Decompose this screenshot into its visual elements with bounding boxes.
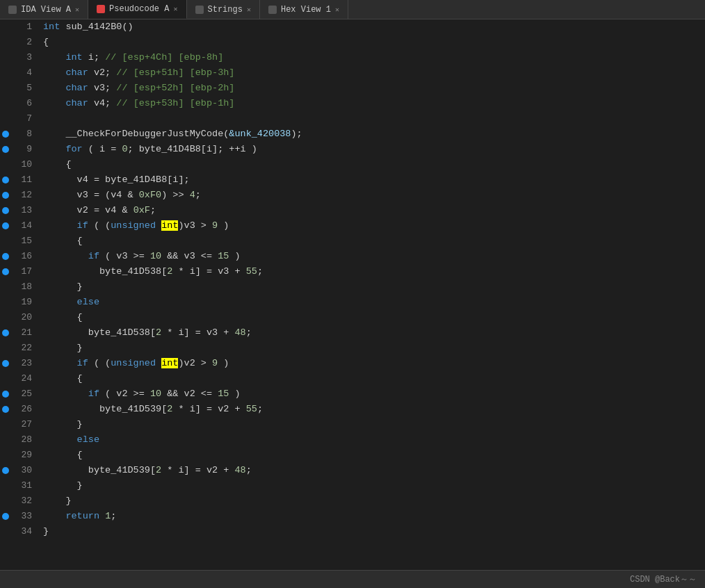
table-row[interactable]: 15 { bbox=[0, 234, 705, 249]
table-row[interactable]: 8 __CheckForDebuggerJustMyCode(&unk_4200… bbox=[0, 126, 705, 142]
table-row[interactable]: 7 bbox=[0, 111, 705, 126]
table-row[interactable]: 33 return 1; bbox=[0, 509, 705, 524]
line-number: 7 bbox=[11, 111, 39, 126]
code-content: if ( (unsigned int)v3 > 9 ) bbox=[39, 218, 229, 234]
breakpoint-indicator[interactable] bbox=[0, 131, 11, 138]
line-number: 8 bbox=[11, 126, 39, 142]
line-number: 14 bbox=[11, 218, 39, 234]
table-row[interactable]: 30 byte_41D539[2 * i] = v2 + 48; bbox=[0, 463, 705, 478]
line-number: 10 bbox=[11, 157, 39, 172]
breakpoint-indicator[interactable] bbox=[0, 207, 11, 214]
breakpoint-indicator[interactable] bbox=[0, 222, 11, 229]
line-number: 21 bbox=[11, 325, 39, 341]
line-number: 16 bbox=[11, 249, 39, 264]
tab-ida-view-a[interactable]: IDA View A ✕ bbox=[0, 0, 88, 19]
table-row[interactable]: 12 v3 = (v4 & 0xF0) >> 4; bbox=[0, 188, 705, 203]
code-content: char v4; // [esp+53h] [ebp-1h] bbox=[39, 96, 234, 111]
tab-ida-label: IDA View A bbox=[21, 5, 71, 15]
table-row[interactable]: 3 int i; // [esp+4Ch] [ebp-8h] bbox=[0, 50, 705, 65]
table-row[interactable]: 21 byte_41D538[2 * i] = v3 + 48; bbox=[0, 325, 705, 341]
line-number: 25 bbox=[11, 386, 39, 402]
table-row[interactable]: 32 } bbox=[0, 493, 705, 509]
breakpoint-dot bbox=[2, 192, 9, 199]
tab-hex-close[interactable]: ✕ bbox=[335, 6, 339, 14]
breakpoint-dot bbox=[2, 177, 9, 183]
table-row[interactable]: 27 } bbox=[0, 417, 705, 432]
line-number: 2 bbox=[11, 35, 39, 50]
table-row[interactable]: 14 if ( (unsigned int)v3 > 9 ) bbox=[0, 218, 705, 234]
tab-pseudocode-a[interactable]: Pseudocode A ✕ bbox=[88, 0, 186, 19]
table-row[interactable]: 23 if ( (unsigned int)v2 > 9 ) bbox=[0, 356, 705, 371]
breakpoint-indicator[interactable] bbox=[0, 192, 11, 199]
table-row[interactable]: 29 { bbox=[0, 448, 705, 463]
table-row[interactable]: 6 char v4; // [esp+53h] [ebp-1h] bbox=[0, 96, 705, 111]
breakpoint-indicator[interactable] bbox=[0, 146, 11, 153]
line-number: 24 bbox=[11, 371, 39, 386]
line-number: 32 bbox=[11, 493, 39, 509]
table-row[interactable]: 22 } bbox=[0, 341, 705, 356]
table-row[interactable]: 4 char v2; // [esp+51h] [ebp-3h] bbox=[0, 65, 705, 81]
line-number: 31 bbox=[11, 478, 39, 493]
line-number: 13 bbox=[11, 203, 39, 218]
breakpoint-indicator[interactable] bbox=[0, 268, 11, 275]
table-row[interactable]: 17 byte_41D538[2 * i] = v3 + 55; bbox=[0, 264, 705, 279]
table-row[interactable]: 26 byte_41D539[2 * i] = v2 + 55; bbox=[0, 402, 705, 417]
line-number: 34 bbox=[11, 524, 39, 539]
line-number: 1 bbox=[11, 19, 39, 35]
table-row[interactable]: 24 { bbox=[0, 371, 705, 386]
table-row[interactable]: 13 v2 = v4 & 0xF; bbox=[0, 203, 705, 218]
tab-ida-close[interactable]: ✕ bbox=[75, 6, 79, 14]
line-number: 26 bbox=[11, 402, 39, 417]
table-row[interactable]: 1int sub_4142B0() bbox=[0, 19, 705, 35]
code-area[interactable]: 1int sub_4142B0()2{3 int i; // [esp+4Ch]… bbox=[0, 19, 705, 571]
breakpoint-indicator[interactable] bbox=[0, 406, 11, 413]
table-row[interactable]: 9 for ( i = 0; byte_41D4B8[i]; ++i ) bbox=[0, 142, 705, 157]
breakpoint-indicator[interactable] bbox=[0, 360, 11, 367]
line-number: 9 bbox=[11, 142, 39, 157]
code-content: if ( v2 >= 10 && v2 <= 15 ) bbox=[39, 386, 241, 402]
code-content: else bbox=[39, 295, 99, 310]
table-row[interactable]: 5 char v3; // [esp+52h] [ebp-2h] bbox=[0, 81, 705, 96]
line-number: 20 bbox=[11, 310, 39, 325]
breakpoint-indicator[interactable] bbox=[0, 177, 11, 183]
line-number: 18 bbox=[11, 279, 39, 295]
line-number: 19 bbox=[11, 295, 39, 310]
code-content: v2 = v4 & 0xF; bbox=[39, 203, 156, 218]
breakpoint-dot bbox=[2, 268, 9, 275]
line-number: 29 bbox=[11, 448, 39, 463]
code-content: } bbox=[39, 524, 49, 539]
tab-strings[interactable]: Strings ✕ bbox=[187, 0, 260, 19]
table-row[interactable]: 2{ bbox=[0, 35, 705, 50]
table-row[interactable]: 19 else bbox=[0, 295, 705, 310]
tab-pseudo-close[interactable]: ✕ bbox=[173, 5, 177, 13]
table-row[interactable]: 18 } bbox=[0, 279, 705, 295]
table-row[interactable]: 34} bbox=[0, 524, 705, 539]
line-number: 15 bbox=[11, 234, 39, 249]
breakpoint-indicator[interactable] bbox=[0, 467, 11, 474]
table-row[interactable]: 20 { bbox=[0, 310, 705, 325]
table-row[interactable]: 28 else bbox=[0, 432, 705, 448]
code-content: char v3; // [esp+52h] [ebp-2h] bbox=[39, 81, 234, 96]
breakpoint-indicator[interactable] bbox=[0, 391, 11, 398]
table-row[interactable]: 11 v4 = byte_41D4B8[i]; bbox=[0, 172, 705, 188]
breakpoint-dot bbox=[2, 253, 9, 260]
breakpoint-dot bbox=[2, 207, 9, 214]
breakpoint-indicator[interactable] bbox=[0, 329, 11, 336]
breakpoint-indicator[interactable] bbox=[0, 513, 11, 520]
table-row[interactable]: 25 if ( v2 >= 10 && v2 <= 15 ) bbox=[0, 386, 705, 402]
code-content: if ( v3 >= 10 && v3 <= 15 ) bbox=[39, 249, 241, 264]
line-number: 23 bbox=[11, 356, 39, 371]
code-content: } bbox=[39, 279, 83, 295]
breakpoint-indicator[interactable] bbox=[0, 253, 11, 260]
table-row[interactable]: 16 if ( v3 >= 10 && v3 <= 15 ) bbox=[0, 249, 705, 264]
line-number: 3 bbox=[11, 50, 39, 65]
table-row[interactable]: 10 { bbox=[0, 157, 705, 172]
status-bar: CSDN @Back～～ bbox=[0, 570, 705, 571]
line-number: 30 bbox=[11, 463, 39, 478]
code-content: int sub_4142B0() bbox=[39, 19, 133, 35]
breakpoint-dot bbox=[2, 131, 9, 138]
tab-strings-close[interactable]: ✕ bbox=[247, 6, 251, 14]
tab-hex-view[interactable]: Hex View 1 ✕ bbox=[260, 0, 348, 19]
table-row[interactable]: 31 } bbox=[0, 478, 705, 493]
code-content: } bbox=[39, 478, 83, 493]
